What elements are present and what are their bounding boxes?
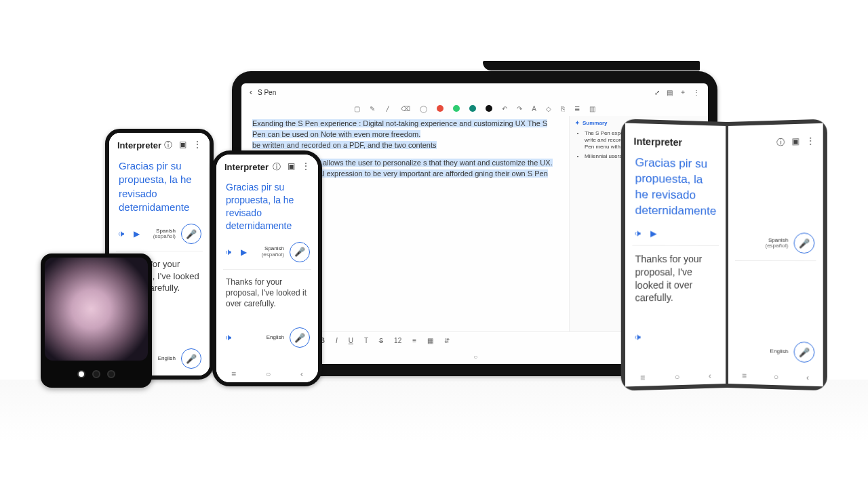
font-icon[interactable]: T [364, 337, 368, 344]
lasso-tool-icon[interactable]: ◯ [420, 105, 427, 113]
redo-icon[interactable]: ↷ [517, 105, 522, 113]
undo-icon[interactable]: ↶ [502, 105, 507, 113]
underline-icon[interactable]: U [349, 337, 353, 344]
color-teal[interactable] [469, 105, 476, 112]
eraser-tool-icon[interactable]: ⌫ [401, 105, 410, 113]
back-nav-icon[interactable]: ‹ [806, 373, 809, 382]
flip-device-closed [41, 253, 152, 388]
clip-tool-icon[interactable]: ⎘ [561, 105, 565, 113]
info-icon[interactable]: ⓘ [273, 161, 281, 173]
pip-icon[interactable]: ▣ [288, 161, 295, 173]
play-icon[interactable]: ▶ [650, 228, 656, 238]
interpreter-header-right: ⓘ ▣ ⋮ [728, 123, 823, 154]
mic-button-bot[interactable]: 🎤 [181, 348, 201, 369]
s-pen-stylus [483, 61, 700, 70]
pip-icon[interactable]: ▣ [179, 140, 186, 151]
translated-text: Gracias pir su propuesta, la he revisado… [216, 177, 318, 239]
recents-icon[interactable]: ≡ [640, 373, 645, 382]
font-size-value[interactable]: 12 [394, 337, 401, 344]
android-nav-bar: ≡ ○ ‹ [625, 367, 726, 386]
more-icon[interactable]: ⋮ [193, 140, 201, 151]
phone-device-front: Interpreter ⓘ ▣ ⋮ Gracias pir su propues… [212, 150, 322, 386]
add-icon[interactable]: ＋ [679, 87, 686, 97]
recents-icon[interactable]: ≡ [742, 371, 747, 381]
reader-icon[interactable]: ▤ [667, 89, 673, 96]
camera-lens-icon [107, 370, 115, 378]
source-controls: English 🎤 [728, 338, 823, 370]
more-icon[interactable]: ⋮ [806, 136, 814, 148]
color-black[interactable] [486, 105, 492, 112]
play-icon[interactable]: ▶ [134, 229, 140, 239]
image-tool-icon[interactable]: ▢ [354, 105, 360, 113]
source-text: Thanks for your proposal, I've looked it… [625, 245, 726, 309]
text-tool-icon[interactable]: A [532, 105, 536, 113]
mic-button-bot[interactable]: 🎤 [794, 342, 815, 363]
fold-device: Interpreter Gracias pir su propuesta, la… [623, 122, 826, 388]
android-nav-bar: ≡ ○ ‹ [216, 366, 318, 382]
grid-icon[interactable]: ▦ [427, 337, 433, 344]
recents-icon[interactable]: ≡ [231, 369, 236, 379]
mic-button-top[interactable]: 🎤 [794, 232, 815, 253]
tablet-titlebar: ‹ S Pen ⤢ ▤ ＋ ⋮ [241, 83, 708, 101]
pen-tool-icon[interactable]: ✎ [370, 105, 375, 113]
lang-selector-bot[interactable]: English [770, 348, 789, 354]
highlighter-tool-icon[interactable]: 〳 [384, 105, 391, 113]
home-icon[interactable]: ○ [675, 372, 679, 382]
speaker-icon[interactable]: 🕩 [224, 247, 233, 257]
translated-text: Gracias pir su propuesta, la he revisado… [625, 150, 726, 226]
source-controls: 🕩 English 🎤 [216, 325, 318, 354]
info-icon[interactable]: ⓘ [164, 140, 172, 151]
shape-tool-icon[interactable]: ◇ [546, 105, 551, 113]
color-red[interactable] [437, 105, 443, 112]
translated-controls: 🕩 ▶ [625, 226, 726, 245]
translated-text: Gracias pir su propuesta, la he revisado… [109, 155, 210, 221]
pip-icon[interactable]: ▣ [791, 136, 799, 148]
interpreter-title: Interpreter [224, 162, 269, 172]
lang-selector-top[interactable]: Spanish (español) [262, 246, 284, 258]
sparkle-icon: ✦ [575, 120, 580, 126]
speaker-icon[interactable]: 🕩 [633, 228, 642, 238]
camera-lens-icon [92, 370, 100, 378]
translated-controls: Spanish (español) 🎤 [728, 230, 823, 260]
mic-button-top[interactable]: 🎤 [290, 242, 310, 262]
list-tool-icon[interactable]: ≣ [574, 105, 580, 113]
speaker-icon[interactable]: 🕩 [633, 332, 642, 342]
home-icon[interactable]: ○ [774, 372, 778, 382]
strike-icon[interactable]: S̶ [379, 337, 383, 344]
dot-selected [77, 370, 85, 378]
play-icon[interactable]: ▶ [241, 247, 247, 257]
mic-button-bot[interactable]: 🎤 [290, 327, 310, 348]
tablet-toolbar: ▢ ✎ 〳 ⌫ ◯ ↶ ↷ A ◇ ⎘ ≣ ▥ [241, 101, 708, 116]
source-controls: 🕩 [625, 328, 726, 349]
translated-controls: 🕩 ▶ Spanish (español) 🎤 [216, 239, 318, 269]
home-icon[interactable]: ○ [473, 353, 477, 361]
more-icon[interactable]: ⋮ [302, 161, 310, 173]
color-green[interactable] [453, 105, 460, 112]
more-tool-icon[interactable]: ▥ [589, 105, 595, 113]
italic-icon[interactable]: I [336, 337, 338, 344]
more-icon[interactable]: ⋮ [693, 89, 700, 96]
back-icon[interactable]: ‹ [250, 87, 252, 97]
document-title: S Pen [258, 89, 276, 96]
spacing-icon[interactable]: ⇵ [444, 337, 450, 344]
lang-selector-top[interactable]: Spanish (español) [153, 228, 176, 240]
back-nav-icon[interactable]: ‹ [709, 371, 711, 381]
source-text: Thanks for your proposal, I've looked it… [216, 270, 318, 314]
lang-selector-bot[interactable]: English [267, 335, 284, 340]
align-icon[interactable]: ≡ [412, 337, 416, 344]
home-icon[interactable]: ○ [266, 369, 271, 379]
expand-icon[interactable]: ⤢ [654, 89, 660, 96]
interpreter-header: Interpreter [625, 123, 726, 153]
note-paragraph: Exanding the S Pen experience : Digital … [252, 119, 558, 151]
reflection [0, 380, 868, 481]
back-nav-icon[interactable]: ‹ [300, 369, 303, 379]
android-nav-bar: ≡ ○ ‹ [728, 367, 823, 386]
lang-selector-bot[interactable]: English [158, 356, 176, 361]
speaker-icon[interactable]: 🕩 [224, 333, 233, 342]
translated-controls: 🕩 ▶ Spanish (español) 🎤 [109, 221, 210, 251]
lang-selector-top[interactable]: Spanish (español) [766, 237, 789, 249]
interpreter-title: Interpreter [633, 136, 682, 148]
mic-button-top[interactable]: 🎤 [181, 224, 201, 244]
speaker-icon[interactable]: 🕩 [117, 229, 125, 239]
info-icon[interactable]: ⓘ [776, 137, 785, 149]
